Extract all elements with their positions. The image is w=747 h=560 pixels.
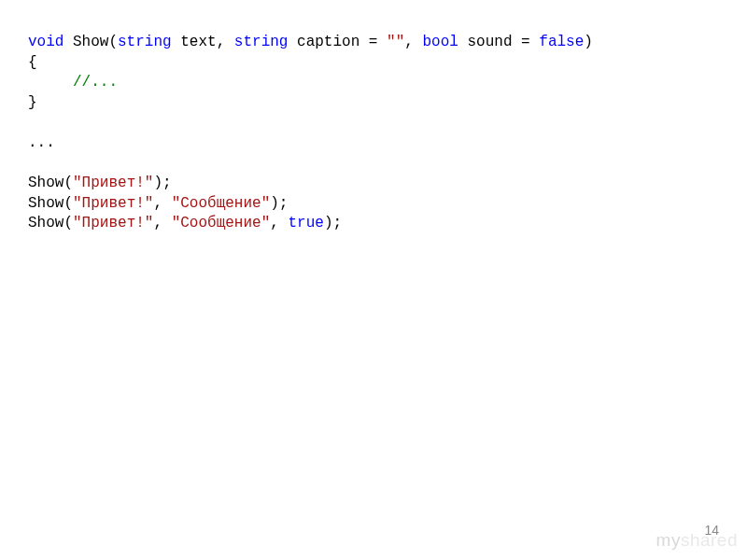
text: Show( [28, 215, 73, 231]
text: , [153, 215, 171, 231]
text: , [404, 34, 422, 50]
comment: //... [73, 74, 118, 91]
code-line-1: void Show(string text, string caption = … [28, 33, 719, 53]
code-block: void Show(string text, string caption = … [0, 0, 747, 234]
code-line-4: } [28, 93, 719, 114]
code-line-3: //... [28, 73, 719, 93]
code-line-8: Show("Привет!"); [28, 174, 719, 194]
text: Show( [63, 34, 118, 50]
text: Show( [28, 195, 73, 212]
keyword-bool: bool [422, 34, 458, 50]
string-literal: "Привет!" [73, 215, 153, 231]
code-blank [28, 113, 719, 133]
code-line-6: ... [28, 133, 719, 154]
text: ); [270, 195, 288, 212]
keyword-true: true [288, 215, 323, 231]
string-literal: "Привет!" [73, 175, 153, 191]
text: , [270, 215, 288, 231]
code-line-9: Show("Привет!", "Сообщение"); [28, 194, 719, 215]
code-line-2: { [28, 53, 719, 74]
watermark: myshared [656, 528, 738, 553]
text: sound = [458, 34, 539, 50]
indent [28, 74, 73, 91]
string-literal: "Сообщение" [172, 195, 271, 212]
string-literal: "Привет!" [73, 195, 153, 212]
keyword-false: false [539, 34, 584, 50]
keyword-string: string [118, 34, 172, 50]
keyword-string: string [234, 34, 289, 50]
code-line-10: Show("Привет!", "Сообщение", true); [28, 214, 719, 234]
text: ); [324, 215, 342, 231]
keyword-void: void [28, 34, 63, 50]
code-blank [28, 154, 719, 175]
watermark-my: my [656, 530, 681, 550]
text: , [153, 195, 171, 212]
text: Show( [28, 175, 73, 191]
watermark-shared: shared [681, 530, 738, 550]
text: ) [584, 34, 593, 50]
text: caption = [288, 34, 387, 50]
string-literal: "" [387, 34, 404, 50]
text: text, [172, 34, 234, 50]
string-literal: "Сообщение" [172, 215, 271, 231]
text: ); [153, 175, 171, 191]
